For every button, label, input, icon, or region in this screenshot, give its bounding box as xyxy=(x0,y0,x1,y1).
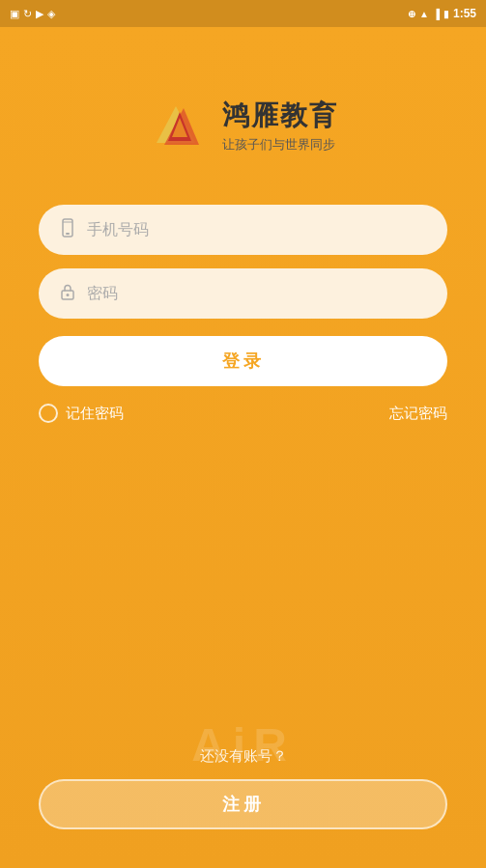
phone-input-wrapper xyxy=(39,205,447,255)
logo-text: 鸿雁教育 让孩子们与世界同步 xyxy=(222,98,338,154)
phone-icon xyxy=(58,218,77,242)
location-icon: ⊕ xyxy=(408,9,415,19)
battery-icon: ▮ xyxy=(443,9,449,19)
remember-password[interactable]: 记住密码 xyxy=(39,404,124,423)
wifi-icon: ▲ xyxy=(419,9,429,19)
status-bar-left: ▣ ↻ ▶ ◈ xyxy=(10,8,55,20)
no-account-text: 还没有账号？ xyxy=(200,747,287,766)
svg-rect-5 xyxy=(66,233,70,235)
remember-radio[interactable] xyxy=(39,404,58,423)
password-input-wrapper xyxy=(39,268,447,319)
forgot-password-link[interactable]: 忘记密码 xyxy=(389,405,447,423)
remember-label: 记住密码 xyxy=(66,405,124,423)
logo-section: 鸿雁教育 让孩子们与世界同步 xyxy=(149,95,338,156)
shield-icon: ◈ xyxy=(47,8,55,20)
main-content: 鸿雁教育 让孩子们与世界同步 xyxy=(0,27,486,868)
sync-icon: ↻ xyxy=(23,8,32,20)
svg-point-8 xyxy=(67,294,70,296)
status-bar: ▣ ↻ ▶ ◈ ⊕ ▲ ▐ ▮ 1:55 xyxy=(0,0,486,27)
phone-input[interactable] xyxy=(87,221,428,238)
register-button[interactable]: 注册 xyxy=(39,779,447,829)
status-bar-right: ⊕ ▲ ▐ ▮ 1:55 xyxy=(408,7,476,20)
play-icon: ▶ xyxy=(36,8,43,20)
app-tagline: 让孩子们与世界同步 xyxy=(222,136,338,154)
options-row: 记住密码 忘记密码 xyxy=(39,404,447,423)
login-button[interactable]: 登录 xyxy=(39,336,447,386)
signal-icon: ▐ xyxy=(433,9,440,19)
bottom-section: 还没有账号？ 注册 xyxy=(0,747,486,868)
lock-icon xyxy=(58,282,77,306)
time-display: 1:55 xyxy=(453,7,476,20)
app-logo-icon xyxy=(149,95,211,156)
notification-icon: ▣ xyxy=(10,8,19,20)
password-input[interactable] xyxy=(87,285,428,302)
app-name: 鸿雁教育 xyxy=(222,98,338,134)
input-group xyxy=(39,205,447,319)
